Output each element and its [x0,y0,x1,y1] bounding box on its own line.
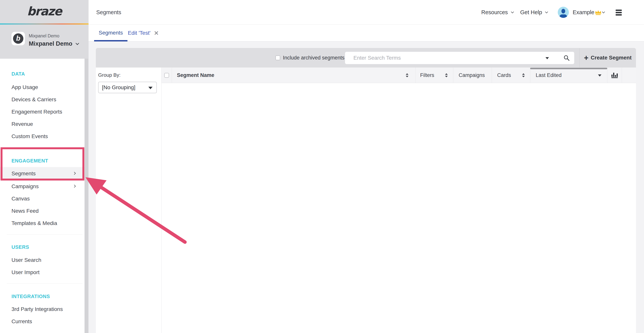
sidebar-item-campaigns[interactable]: Campaigns [0,180,84,193]
avatar-person-icon [562,9,565,14]
workspace-name: Mixpanel Demo [29,40,72,47]
tab-label: Edit 'Test' [128,30,150,36]
sidebar-item-devices-carriers[interactable]: Devices & Carriers [0,93,84,106]
tab-label: Segments [99,30,123,36]
resources-label: Resources [481,0,508,25]
group-by-panel: Group By: [No Grouping] [96,68,162,333]
search-dropdown-caret-icon[interactable] [546,57,549,59]
sidebar-item-user-search[interactable]: User Search [0,254,84,266]
sidebar-item-segments[interactable]: Segments [0,167,84,180]
search-icon[interactable] [564,55,570,62]
sidebar-item-news-feed[interactable]: News Feed [0,205,84,217]
workspace-selector[interactable]: Mixpanel Demo [29,40,78,47]
group-by-value: [No Grouping] [102,82,135,93]
tab-bar: Segments Edit 'Test' ✕ [88,25,644,42]
close-icon[interactable]: ✕ [154,30,159,37]
column-label: Segment Name [177,72,214,78]
top-header: Segments Resources Get Help Example [88,0,644,25]
main-content: Include archived segments + Create Segme… [88,42,644,333]
column-campaigns[interactable]: Campaigns [453,68,492,83]
resources-menu[interactable]: Resources [481,0,514,25]
sidebar-item-3rd-party-integrations[interactable]: 3rd Party Integrations [0,303,84,315]
sidebar-divider [7,234,82,235]
workspace-app-icon: b [12,32,25,45]
plus-icon: + [584,54,588,62]
create-segment-button[interactable]: + Create Segment [580,48,636,68]
tab-segments[interactable]: Segments [94,25,128,42]
column-analytics[interactable] [608,68,622,83]
group-by-select[interactable]: [No Grouping] [98,82,157,93]
workspace-company-label: Mixpanel Demo [29,33,60,39]
avatar-person-icon [560,15,567,18]
column-empty [622,68,636,83]
table-header: Segment Name Filters Campaigns Cards Las… [162,68,636,83]
horizontal-scrollbar-thumb[interactable] [530,68,607,69]
column-last-edited[interactable]: Last Edited [530,68,608,83]
avatar[interactable] [558,7,569,18]
user-menu-caret[interactable] [602,0,604,25]
brand-gradient-bar [0,24,88,25]
tab-edit-test[interactable]: Edit 'Test' ✕ [128,25,159,42]
chevron-down-icon [511,10,514,13]
sidebar-item-custom-events[interactable]: Custom Events [0,130,84,143]
sidebar-item-currents[interactable]: Currents [0,315,84,328]
user-name: Example [573,0,594,25]
header-checkbox-cell [162,68,172,83]
sidebar-divider [7,283,82,284]
chevron-down-icon [545,10,548,13]
dropdown-caret-icon [148,87,152,89]
search-field [345,52,574,64]
column-label: Campaigns [459,72,485,78]
page-title: Segments [96,0,121,25]
sidebar-item-app-usage[interactable]: App Usage [0,81,84,93]
section-title-integrations: INTEGRATIONS [12,290,50,302]
section-title-data: DATA [12,68,25,80]
column-segment-name[interactable]: Segment Name [172,68,416,83]
hamburger-menu-icon[interactable] [616,10,622,17]
sort-icon[interactable] [522,73,525,77]
sort-icon[interactable] [445,73,448,77]
sidebar-item-templates-media[interactable]: Templates & Media [0,217,84,229]
chevron-down-icon [76,42,79,45]
braze-logo: braze [0,4,88,18]
sidebar-item-user-import[interactable]: User Import [0,266,84,278]
sidebar-item-label: Segments [12,171,36,176]
chevron-right-icon [73,172,76,175]
sidebar-scrollbar[interactable] [84,59,88,333]
chevron-down-icon [602,10,605,13]
column-label: Filters [420,72,434,78]
include-archived-checkbox[interactable] [276,56,280,60]
sidebar-item-engagement-reports[interactable]: Engagement Reports [0,106,84,118]
get-help-menu[interactable]: Get Help [520,0,548,25]
section-title-engagement: ENGAGEMENT [12,155,48,167]
column-filters[interactable]: Filters [416,68,453,83]
sidebar-item-canvas[interactable]: Canvas [0,193,84,205]
sidebar: braze b Mixpanel Demo Mixpanel Demo DATA… [0,0,88,333]
bar-chart-icon [612,73,618,78]
sidebar-item-revenue[interactable]: Revenue [0,118,84,130]
sort-desc-caret-icon[interactable] [598,74,602,77]
section-title-users: USERS [12,241,29,253]
column-label: Cards [497,72,511,78]
segments-toolbar: Include archived segments + Create Segme… [96,48,636,68]
column-label: Last Edited [536,72,562,78]
get-help-label: Get Help [520,0,542,25]
search-input[interactable] [345,52,546,64]
sidebar-item-label: Campaigns [12,183,39,189]
create-segment-label: Create Segment [591,55,632,61]
user-menu[interactable]: Example [573,0,594,25]
crown-icon [594,10,602,16]
include-archived-label: Include archived segments [283,48,344,68]
table-body [162,83,636,333]
group-by-label: Group By: [98,72,120,78]
sort-icon[interactable] [406,73,408,77]
chevron-right-icon [73,185,76,188]
sidebar-header: braze b Mixpanel Demo Mixpanel Demo [0,0,88,59]
column-cards[interactable]: Cards [492,68,530,83]
select-all-checkbox[interactable] [164,73,169,78]
braze-b-icon: b [13,33,24,44]
